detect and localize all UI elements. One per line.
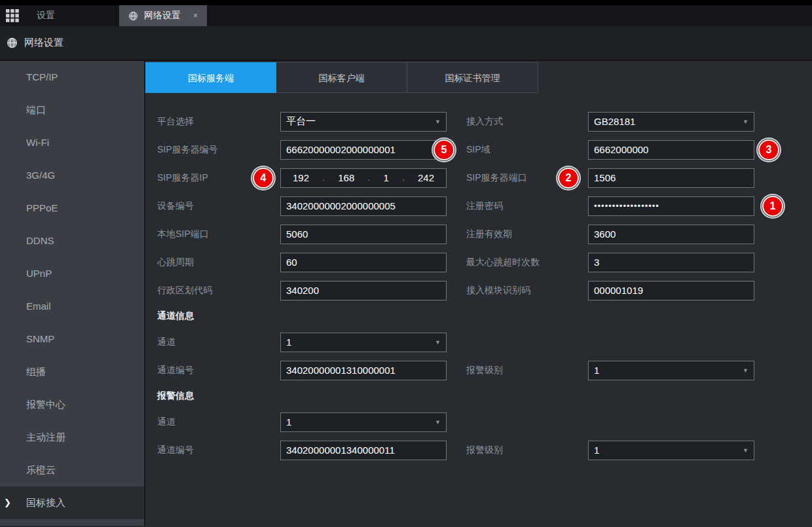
sidebar-item-upnp[interactable]: UPnP — [0, 257, 144, 290]
local-sip-port-input[interactable] — [280, 225, 447, 244]
annotation-badge-4: 4 — [253, 168, 274, 189]
tab-settings-label: 设置 — [37, 10, 55, 22]
page-header: 网络设置 — [0, 26, 812, 61]
chevron-down-icon: ▼ — [743, 367, 748, 374]
annotation-badge-1: 1 — [762, 196, 783, 217]
page-title: 网络设置 — [24, 37, 64, 49]
access-module-id-input[interactable] — [588, 281, 754, 300]
tab-gb-client[interactable]: 国标客户端 — [276, 62, 407, 93]
sidebar-item-email[interactable]: Email — [0, 290, 144, 323]
tab-network-settings[interactable]: 网络设置 × — [119, 5, 207, 26]
register-password-label: 注册密码 — [466, 200, 588, 212]
alarm-channel-id-input[interactable] — [280, 441, 447, 460]
sidebar-item-port[interactable]: 端口 — [0, 94, 144, 126]
chevron-down-icon: ▼ — [435, 419, 441, 426]
channel-label: 通道 — [157, 336, 280, 348]
annotation-badge-3: 3 — [758, 139, 779, 160]
annotation-badge-2: 2 — [558, 168, 579, 189]
annotation-badge-5: 5 — [434, 139, 454, 160]
window-tab-bar: 设置 网络设置 × — [0, 5, 812, 26]
sip-domain-label: SIP域 — [466, 144, 588, 156]
alarm-level-select[interactable]: 1 ▼ — [588, 361, 754, 380]
sidebar-item-lechange[interactable]: 乐橙云 — [0, 454, 144, 486]
heartbeat-period-label: 心跳周期 — [157, 257, 280, 268]
alarm-info-alarm-level-select[interactable]: 1 ▼ — [588, 441, 754, 460]
platform-select[interactable]: 平台一 ▼ — [280, 112, 447, 132]
sidebar-item-label: 国标接入 — [26, 497, 65, 508]
sidebar-item-wifi[interactable]: Wi-Fi — [0, 126, 144, 159]
alarm-channel-id-label: 通道编号 — [157, 445, 280, 456]
alarm-info-alarm-level-label: 报警级别 — [466, 445, 588, 456]
alarm-info-section-title: 报警信息 — [157, 390, 194, 402]
sidebar-item-3g4g[interactable]: 3G/4G — [0, 159, 144, 192]
channel-id-label: 通道编号 — [157, 365, 280, 376]
register-password-input[interactable] — [588, 196, 754, 216]
close-icon[interactable]: × — [193, 11, 198, 20]
local-sip-port-label: 本地SIP端口 — [157, 228, 280, 240]
tab-gb-cert-management[interactable]: 国标证书管理 — [407, 62, 538, 93]
globe-icon — [128, 11, 138, 21]
gb-server-form: 平台选择 平台一 ▼ 接入方式 GB28181 ▼ SIP服务器编号 — [145, 107, 812, 464]
network-settings-window: 设置 网络设置 × 网络设置 TCP/IP 端口 Wi-Fi 3G/4G PPP… — [0, 0, 812, 527]
sidebar-item-gb28181-access[interactable]: ❯ 国标接入 — [0, 486, 144, 519]
channel-info-section-title: 通道信息 — [157, 310, 194, 322]
sip-server-port-input[interactable] — [588, 168, 754, 188]
window-top-strip — [0, 0, 812, 5]
max-heartbeat-timeout-input[interactable] — [588, 253, 754, 272]
chevron-right-icon: ❯ — [4, 486, 11, 519]
sip-server-id-input[interactable] — [280, 140, 447, 160]
device-id-input[interactable] — [280, 196, 447, 216]
device-id-label: 设备编号 — [157, 200, 280, 212]
tab-network-settings-label: 网络设置 — [144, 10, 181, 22]
chevron-down-icon: ▼ — [743, 447, 748, 454]
admin-area-code-label: 行政区划代码 — [157, 285, 280, 297]
network-settings-icon — [7, 37, 18, 48]
platform-label: 平台选择 — [157, 116, 280, 128]
chevron-down-icon: ▼ — [435, 118, 441, 125]
admin-area-code-input[interactable] — [280, 281, 447, 300]
sidebar-item-snmp[interactable]: SNMP — [0, 323, 144, 355]
access-type-label: 接入方式 — [466, 116, 588, 128]
chevron-down-icon: ▼ — [435, 339, 441, 346]
register-valid-period-input[interactable] — [588, 225, 754, 244]
apps-grid-icon[interactable] — [0, 5, 25, 26]
sidebar-item-tcpip[interactable]: TCP/IP — [0, 61, 144, 94]
channel-id-input[interactable] — [280, 361, 447, 380]
sidebar-item-multicast[interactable]: 组播 — [0, 355, 144, 388]
sidebar: TCP/IP 端口 Wi-Fi 3G/4G PPPoE DDNS UPnP Em… — [0, 61, 145, 526]
channel-select[interactable]: 1 ▼ — [280, 333, 447, 352]
sidebar-item-pppoe[interactable]: PPPoE — [0, 192, 144, 225]
sidebar-item-auto-register[interactable]: 主动注册 — [0, 421, 144, 454]
content-panel: 国标服务端 国标客户端 国标证书管理 平台选择 平台一 ▼ 接入方式 GB281… — [145, 61, 812, 526]
access-module-id-label: 接入模块识别码 — [466, 285, 588, 297]
tab-gb-server[interactable]: 国标服务端 — [145, 62, 276, 93]
register-valid-period-label: 注册有效期 — [466, 228, 588, 240]
sidebar-item-alarm-center[interactable]: 报警中心 — [0, 388, 144, 421]
alarm-level-label: 报警级别 — [466, 365, 588, 376]
sip-server-id-label: SIP服务器编号 — [157, 144, 280, 156]
max-heartbeat-timeout-label: 最大心跳超时次数 — [466, 257, 588, 268]
tab-settings[interactable]: 设置 — [25, 5, 110, 26]
chevron-down-icon: ▼ — [743, 118, 748, 125]
alarm-channel-label: 通道 — [157, 416, 280, 428]
access-type-select[interactable]: GB28181 ▼ — [588, 112, 754, 132]
alarm-channel-select[interactable]: 1 ▼ — [280, 412, 447, 432]
gb-tabs: 国标服务端 国标客户端 国标证书管理 — [145, 62, 812, 93]
heartbeat-period-input[interactable] — [280, 253, 447, 272]
sip-domain-input[interactable] — [588, 140, 754, 160]
sidebar-item-ddns[interactable]: DDNS — [0, 225, 144, 257]
sip-server-ip-input[interactable]: 192. 168. 1. 242 — [280, 168, 447, 188]
